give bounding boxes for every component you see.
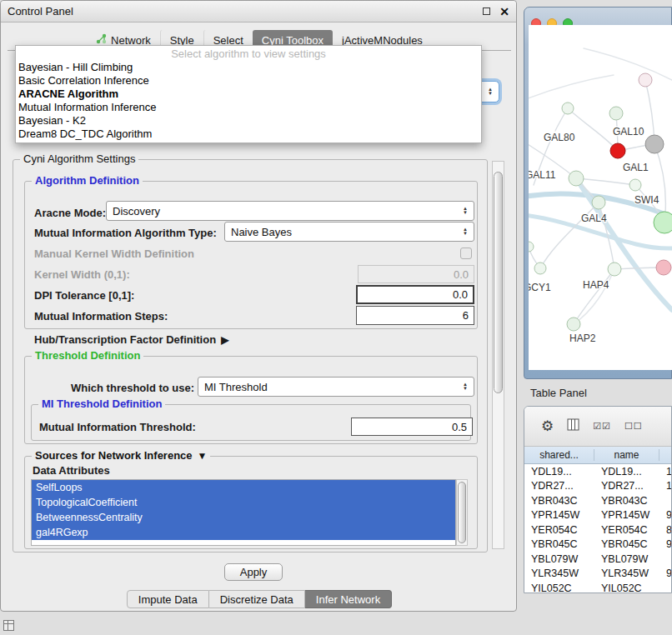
network-node[interactable] (654, 212, 672, 233)
table-cell: YIL052C (594, 582, 659, 593)
column-header[interactable]: shared... (524, 449, 594, 461)
dropdown-item-selected[interactable]: ARACNE Algorithm (16, 88, 481, 101)
network-canvas[interactable]: GAL80GAL10GAL11GAL1SWI4GAL4GCY1HAP4HAP2 (529, 25, 672, 370)
mi-steps-input[interactable]: 6 (356, 306, 474, 325)
apply-button[interactable]: Apply (224, 563, 283, 581)
gear-icon[interactable]: ⚙ (541, 419, 554, 433)
bottom-tab-bar: Impute Data Discretize Data Infer Networ… (1, 590, 518, 608)
mi-type-label: Mutual Information Algorithm Type: (34, 227, 217, 239)
scrollbar-thumb[interactable] (458, 482, 466, 543)
table-row[interactable]: YBL079WYBL079W (524, 552, 671, 567)
dropdown-item[interactable]: Mutual Information Inference (16, 101, 481, 114)
table-row[interactable]: YBR045CYBR045C9. (524, 538, 671, 552)
list-item[interactable]: SelfLoops (32, 480, 455, 495)
table-panel-window: ⚙ ☑☑ ☐☐ shared... name YDL19...YDL19...1… (524, 406, 672, 593)
network-node[interactable] (592, 196, 605, 209)
table-row[interactable]: YPR145WYPR145W9. (524, 508, 671, 523)
dropdown-item[interactable]: Bayesian - Hill Climbing (16, 61, 481, 74)
manual-kernel-label: Manual Kernel Width Definition (34, 248, 194, 260)
table-row[interactable]: YDR27...YDR27...12 (524, 479, 671, 494)
network-edge (645, 80, 654, 144)
sources-toggle[interactable]: Sources for Network Inference▼ (32, 449, 210, 462)
table-row[interactable]: YIL052CYIL052C (524, 581, 671, 593)
table-cell: YDR27... (594, 480, 659, 492)
table-cell: 12 (659, 480, 671, 492)
combo-arrows-icon: ▲▼ (484, 88, 496, 96)
table-row[interactable]: YBR043CYBR043C (524, 493, 671, 508)
table-cell: YBR043C (594, 495, 659, 507)
table-cell: YPR145W (524, 509, 594, 521)
column-header[interactable]: name (594, 449, 659, 461)
network-node[interactable] (645, 135, 664, 153)
table-header: shared... name (524, 447, 671, 464)
group-title: Algorithm Definition (32, 174, 143, 187)
node-label: GAL80 (544, 132, 575, 143)
table-row[interactable]: YDL19...YDL19...13 (524, 464, 671, 479)
float-window-icon[interactable] (483, 8, 490, 15)
tab-discretize-data[interactable]: Discretize Data (209, 590, 305, 608)
columns-icon[interactable] (567, 418, 579, 434)
panel-grid-icon[interactable] (3, 620, 14, 631)
dpi-tolerance-input[interactable]: 0.0 (356, 285, 474, 304)
kernel-width-input[interactable]: 0.0 (358, 265, 474, 283)
list-scrollbar[interactable] (456, 479, 468, 546)
manual-kernel-checkbox[interactable] (460, 248, 472, 259)
dropdown-item[interactable]: Dream8 DC_TDC Algorithm (16, 128, 481, 141)
table-cell: YDR27... (524, 480, 594, 492)
table-cell: YER054C (594, 524, 659, 536)
network-node[interactable] (529, 242, 534, 252)
network-edge (576, 178, 635, 185)
network-node[interactable] (609, 107, 623, 120)
select-all-icon[interactable]: ☑☑ (593, 421, 611, 432)
network-edge (584, 48, 672, 80)
table-cell: 9. (659, 568, 671, 579)
table-row[interactable]: YER054CYER054C8. (524, 522, 671, 538)
mi-threshold-value: 0.5 (452, 421, 467, 433)
table-row[interactable]: YLR345WYLR345W9. (524, 567, 671, 582)
tab-impute-data[interactable]: Impute Data (127, 590, 209, 608)
aracne-mode-label: Aracne Mode: (34, 207, 106, 219)
network-node[interactable] (629, 179, 641, 191)
mi-type-select[interactable]: Naive Bayes ▲▼ (224, 222, 474, 242)
table-cell: YBL079W (524, 553, 594, 565)
network-node[interactable] (610, 143, 625, 158)
kernel-width-label: Kernel Width (0,1): (34, 268, 130, 281)
network-node[interactable] (656, 260, 671, 275)
kernel-width-value: 0.0 (454, 268, 469, 281)
mi-threshold-input[interactable]: 0.5 (351, 418, 473, 436)
mi-type-value: Naive Bayes (225, 226, 459, 238)
list-item[interactable]: gal4RGexp (32, 525, 455, 540)
close-window-icon[interactable]: ✕ (499, 6, 509, 18)
table-cell: YBL079W (594, 553, 659, 565)
table-cell: YLR345W (594, 568, 659, 579)
aracne-mode-select[interactable]: Discovery ▲▼ (106, 201, 474, 221)
window-title: Control Panel (8, 5, 73, 18)
network-node[interactable] (569, 171, 584, 186)
deselect-all-icon[interactable]: ☐☐ (624, 421, 643, 432)
list-item[interactable]: BetweennessCentrality (32, 510, 455, 525)
table-cell: YDL19... (594, 466, 659, 478)
scrollbar-thumb[interactable] (494, 172, 503, 393)
network-node[interactable] (639, 73, 652, 87)
sources-title: Sources for Network Inference (35, 449, 193, 462)
dropdown-item[interactable]: Basic Correlation Inference (16, 74, 481, 88)
which-threshold-select[interactable]: MI Threshold ▲▼ (198, 377, 474, 397)
which-threshold-label: Which threshold to use: (71, 382, 194, 394)
hub-definition-label: Hub/Transcription Factor Definition (34, 333, 216, 346)
dropdown-item[interactable]: Bayesian - K2 (16, 114, 481, 128)
settings-scrollbar[interactable] (492, 161, 504, 549)
hub-definition-toggle[interactable]: Hub/Transcription Factor Definition▶ (34, 333, 228, 346)
table-cell: YBR045C (594, 538, 659, 550)
network-node[interactable] (608, 262, 621, 276)
table-cell: 8. (659, 524, 671, 536)
list-item[interactable]: TopologicalCoefficient (32, 495, 455, 510)
table-cell: YLR345W (524, 568, 594, 579)
tab-infer-network[interactable]: Infer Network (305, 590, 392, 608)
network-node[interactable] (562, 102, 574, 114)
network-node[interactable] (567, 318, 580, 331)
tab-label: Discretize Data (220, 593, 293, 606)
table-cell: 13 (659, 466, 671, 478)
network-node[interactable] (534, 262, 546, 274)
data-attributes-list[interactable]: SelfLoops TopologicalCoefficient Between… (31, 479, 456, 546)
network-edge (529, 75, 614, 100)
